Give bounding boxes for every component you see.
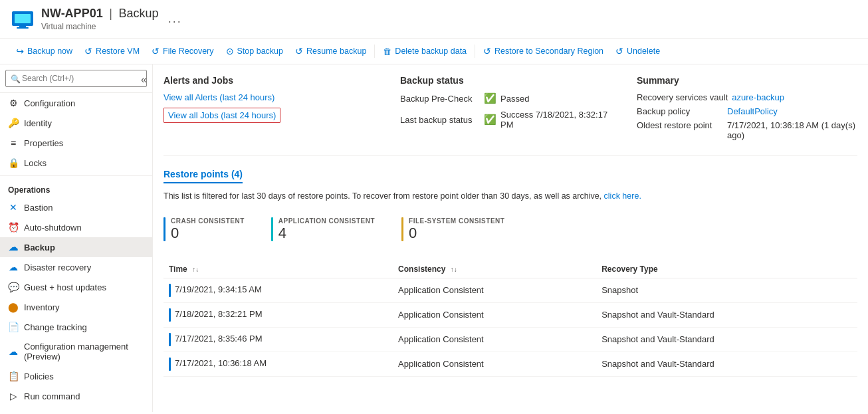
header-text: NW-APP01 | Backup Virtual machine bbox=[41, 7, 159, 31]
stop-backup-button[interactable]: ⊙ Stop backup bbox=[221, 43, 289, 60]
row-indicator bbox=[169, 358, 171, 371]
restore-points-header[interactable]: Restore points (4) bbox=[163, 169, 243, 183]
oldest-row: Oldest restore point 7/17/2021, 10:36:18… bbox=[637, 120, 857, 140]
backup-now-button[interactable]: ↩ Backup now bbox=[11, 43, 78, 60]
sidebar-item-properties[interactable]: ≡ Properties bbox=[0, 133, 152, 153]
svg-rect-3 bbox=[17, 27, 29, 29]
identity-icon: 🔑 bbox=[8, 118, 19, 128]
locks-label: Locks bbox=[24, 158, 47, 168]
table-row[interactable]: 7/17/2021, 8:35:46 PMApplication Consist… bbox=[163, 327, 857, 352]
svg-rect-1 bbox=[15, 14, 31, 23]
consistency-header-label: Consistency bbox=[398, 264, 445, 274]
table-row[interactable]: 7/18/2021, 8:32:21 PMApplication Consist… bbox=[163, 302, 857, 327]
crash-consistent-card: CRASH CONSISTENT 0 bbox=[163, 212, 258, 247]
last-backup-value: Success 7/18/2021, 8:32:17 PM bbox=[500, 110, 621, 130]
file-consistent-card: FILE-SYSTEM CONSISTENT 0 bbox=[401, 212, 518, 247]
last-backup-label: Last backup status bbox=[400, 115, 480, 125]
crash-consistent-info: CRASH CONSISTENT 0 bbox=[171, 217, 245, 242]
view-all-alerts-link[interactable]: View all Alerts (last 24 hours) bbox=[163, 92, 384, 102]
row-indicator bbox=[169, 284, 171, 297]
resume-backup-icon: ↺ bbox=[295, 46, 303, 56]
consistency-cards: CRASH CONSISTENT 0 APPLICATION CONSISTEN… bbox=[163, 212, 857, 247]
identity-label: Identity bbox=[24, 118, 52, 128]
restore-secondary-label: Restore to Secondary Region bbox=[494, 47, 603, 56]
policy-value-link[interactable]: DefaultPolicy bbox=[727, 106, 778, 116]
page-name: Backup bbox=[119, 7, 159, 20]
time-cell: 7/18/2021, 8:32:21 PM bbox=[163, 302, 393, 327]
vault-row: Recovery services vault azure-backup bbox=[637, 92, 857, 102]
time-cell: 7/19/2021, 9:34:15 AM bbox=[163, 278, 393, 302]
ellipsis-menu[interactable]: ... bbox=[168, 12, 182, 26]
sidebar-item-backup[interactable]: ☁ Backup bbox=[0, 237, 152, 257]
main-layout: 🔍 « ⚙ Configuration 🔑 Identity ≡ Propert… bbox=[0, 64, 868, 412]
restore-vm-button[interactable]: ↺ Restore VM bbox=[79, 43, 145, 60]
configuration-label: Configuration bbox=[24, 98, 75, 108]
sidebar-item-policies[interactable]: 📋 Policies bbox=[0, 366, 152, 386]
time-sort-icon[interactable]: ↑↓ bbox=[192, 266, 199, 273]
crash-consistent-count: 0 bbox=[171, 225, 245, 242]
crash-consistent-label: CRASH CONSISTENT bbox=[171, 217, 245, 225]
sidebar-item-auto-shutdown[interactable]: ⏰ Auto-shutdown bbox=[0, 217, 152, 237]
bastion-label: Bastion bbox=[24, 203, 53, 213]
table-row[interactable]: 7/17/2021, 10:36:18 AMApplication Consis… bbox=[163, 352, 857, 376]
summary-title: Summary bbox=[637, 75, 857, 86]
table-body: 7/19/2021, 9:34:15 AMApplication Consist… bbox=[163, 278, 857, 376]
file-consistent-info: FILE-SYSTEM CONSISTENT 0 bbox=[409, 217, 504, 242]
sidebar-item-config-management[interactable]: ☁ Configuration management (Preview) bbox=[0, 337, 152, 366]
backup-now-icon: ↩ bbox=[16, 46, 24, 56]
resume-backup-button[interactable]: ↺ Resume backup bbox=[290, 43, 372, 60]
top-sections: Alerts and Jobs View all Alerts (last 24… bbox=[163, 75, 857, 155]
info-text-main: This list is filtered for last 30 days o… bbox=[163, 191, 601, 201]
time-cell: 7/17/2021, 8:35:46 PM bbox=[163, 327, 393, 352]
vault-value-link[interactable]: azure-backup bbox=[732, 92, 784, 102]
app-consistent-count: 4 bbox=[278, 225, 375, 242]
time-value: 7/19/2021, 9:34:15 AM bbox=[175, 284, 262, 294]
file-recovery-button[interactable]: ↺ File Recovery bbox=[146, 43, 219, 60]
last-backup-row: Last backup status ✅ Success 7/18/2021, … bbox=[400, 110, 621, 130]
undelete-icon: ↺ bbox=[615, 46, 623, 56]
policies-icon: 📋 bbox=[8, 371, 19, 381]
sidebar-item-configuration[interactable]: ⚙ Configuration bbox=[0, 93, 152, 113]
alerts-jobs-section: Alerts and Jobs View all Alerts (last 24… bbox=[163, 75, 384, 144]
sidebar-item-inventory[interactable]: ⬤ Inventory bbox=[0, 297, 152, 317]
last-backup-check-icon: ✅ bbox=[484, 114, 496, 126]
pre-check-row: Backup Pre-Check ✅ Passed bbox=[400, 92, 621, 104]
consistency-sort-icon[interactable]: ↑↓ bbox=[451, 266, 457, 273]
delete-backup-button[interactable]: 🗑 Delete backup data bbox=[378, 43, 472, 60]
pre-check-label: Backup Pre-Check bbox=[400, 94, 480, 104]
config-mgmt-icon: ☁ bbox=[8, 346, 19, 357]
time-cell: 7/17/2021, 10:36:18 AM bbox=[163, 352, 393, 376]
table-row[interactable]: 7/19/2021, 9:34:15 AMApplication Consist… bbox=[163, 278, 857, 302]
sidebar-item-change-tracking[interactable]: 📄 Change tracking bbox=[0, 317, 152, 337]
consistency-cell: Application Consistent bbox=[393, 327, 596, 352]
policy-row: Backup policy DefaultPolicy bbox=[637, 106, 857, 116]
view-all-jobs-link[interactable]: View all Jobs (last 24 hours) bbox=[163, 108, 280, 123]
sidebar-item-bastion[interactable]: ✕ Bastion bbox=[0, 197, 152, 217]
restore-secondary-button[interactable]: ↺ Restore to Secondary Region bbox=[478, 43, 609, 60]
time-value: 7/17/2021, 8:35:46 PM bbox=[175, 334, 263, 344]
recovery-type-cell: Snapshot and Vault-Standard bbox=[596, 327, 857, 352]
table-header-row: Time ↑↓ Consistency ↑↓ Recovery Type bbox=[163, 260, 857, 278]
backup-status-title: Backup status bbox=[400, 75, 621, 86]
backup-label: Backup bbox=[24, 243, 55, 253]
pre-check-check-icon: ✅ bbox=[484, 92, 496, 104]
vault-label: Recovery services vault bbox=[637, 92, 728, 102]
toolbar-divider-2 bbox=[475, 45, 475, 58]
page-title: NW-APP01 | Backup bbox=[41, 7, 159, 21]
policy-label: Backup policy bbox=[637, 106, 723, 116]
sidebar-item-disaster-recovery[interactable]: ☁ Disaster recovery bbox=[0, 257, 152, 277]
undelete-label: Undelete bbox=[627, 47, 660, 56]
file-consistent-count: 0 bbox=[409, 225, 504, 242]
sidebar-item-locks[interactable]: 🔒 Locks bbox=[0, 153, 152, 173]
disaster-recovery-icon: ☁ bbox=[8, 262, 19, 272]
sidebar-collapse-button[interactable]: « bbox=[138, 71, 150, 88]
undelete-button[interactable]: ↺ Undelete bbox=[610, 43, 665, 60]
auto-shutdown-icon: ⏰ bbox=[8, 222, 19, 233]
sidebar-item-run-command[interactable]: ▷ Run command bbox=[0, 386, 152, 406]
backup-icon: ☁ bbox=[8, 242, 19, 253]
click-here-link[interactable]: click here. bbox=[604, 191, 641, 201]
time-header-label: Time bbox=[169, 264, 187, 274]
search-input[interactable] bbox=[5, 70, 147, 87]
sidebar-item-guest-host-updates[interactable]: 💬 Guest + host updates bbox=[0, 277, 152, 297]
sidebar-item-identity[interactable]: 🔑 Identity bbox=[0, 113, 152, 133]
